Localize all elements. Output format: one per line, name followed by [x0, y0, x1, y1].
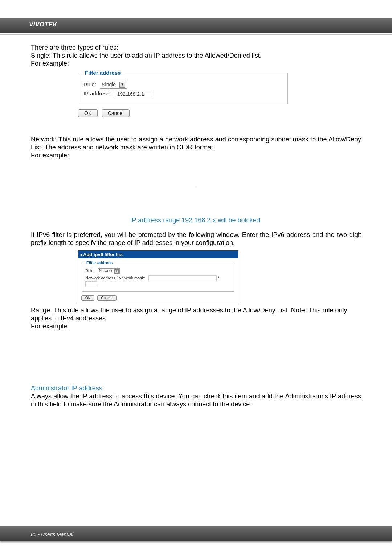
ipv6-addr-row: Network address / Network mask: /: [85, 275, 231, 287]
ipv6-rule-select[interactable]: Network ▼: [98, 268, 120, 274]
ok-button[interactable]: OK: [81, 295, 94, 301]
network-mask-input[interactable]: [85, 281, 97, 287]
chevron-down-icon[interactable]: ▼: [119, 82, 125, 88]
ipv6-intro: If IPv6 filter is preferred, you will be…: [31, 231, 361, 247]
ip-label: IP address:: [83, 90, 111, 97]
network-address-input[interactable]: [148, 275, 217, 281]
chevron-down-icon[interactable]: ▼: [114, 269, 119, 274]
for-example-1: For example:: [31, 59, 361, 67]
ok-button[interactable]: OK: [78, 109, 98, 117]
range-rule-line: Range: This rule allows the user to assi…: [31, 306, 361, 322]
button-row-1: OK Cancel: [78, 109, 361, 117]
for-example-2: For example:: [31, 151, 361, 159]
ip-row: IP address: 192.168.2.1: [83, 90, 283, 98]
ipv6-rule-select-value: Network: [99, 269, 113, 273]
single-rule-line: Single: This rule allows the user to add…: [31, 52, 361, 59]
brand-logo: VIVOTEK: [29, 21, 57, 28]
ipv6-filter-legend: Filter address: [85, 260, 114, 265]
filter-address-legend: Filter address: [83, 70, 122, 76]
filter-address-fieldset: Filter address Rule: Single ▼ IP address…: [79, 70, 288, 104]
page-body: There are three types of rules: Single: …: [31, 44, 361, 408]
header-divider: [0, 34, 392, 35]
slash-label: /: [218, 276, 219, 280]
rule-label: Rule:: [83, 81, 96, 87]
rule-row: Rule: Single ▼: [83, 81, 283, 89]
single-text: : This rule allows the user to add an IP…: [49, 52, 262, 59]
admin-ip-heading: Administrator IP address: [31, 385, 361, 392]
ipv6-rule-row: Rule: Network ▼: [85, 268, 231, 274]
range-text: : This rule allows the user to assign a …: [31, 307, 347, 322]
ipv6-dialog: ▸Add ipv6 filter list Filter address Rul…: [78, 250, 238, 304]
for-example-3: For example:: [31, 322, 361, 330]
range-label: Range: [31, 307, 50, 314]
footer-page-number: 86 - User's Manual: [31, 532, 73, 537]
network-label: Network: [31, 136, 55, 143]
cancel-button[interactable]: Cancel: [97, 295, 117, 301]
pointer-line: [196, 188, 196, 214]
ip-input[interactable]: 192.168.2.1: [115, 90, 152, 98]
filter-single-box: Filter address Rule: Single ▼ IP address…: [78, 70, 289, 104]
network-rule-line: Network: This rule allows the user to as…: [31, 135, 361, 151]
admin-always-allow-label: Always allow the IP address to access th…: [31, 393, 175, 400]
single-label: Single: [31, 52, 49, 59]
intro-line: There are three types of rules:: [31, 44, 361, 52]
ipv6-dialog-title: ▸Add ipv6 filter list: [78, 251, 238, 258]
button-row-2: OK Cancel: [81, 295, 235, 301]
ipv6-filter-fieldset: Filter address Rule: Network ▼ Network a…: [82, 260, 234, 291]
ipv6-rule-label: Rule:: [85, 268, 95, 273]
ip-range-caption: IP address range 192.168.2.x will be bol…: [31, 217, 361, 224]
header-band: [0, 18, 392, 33]
rule-select-value: Single: [102, 82, 116, 87]
network-address-label: Network address / Network mask:: [85, 276, 145, 280]
cancel-button[interactable]: Cancel: [102, 109, 130, 117]
admin-ip-text: Always allow the IP address to access th…: [31, 392, 361, 408]
network-text: : This rule allows the user to assign a …: [31, 136, 361, 151]
rule-select[interactable]: Single ▼: [100, 81, 127, 89]
ipv6-dialog-body: Filter address Rule: Network ▼ Network a…: [78, 258, 238, 303]
